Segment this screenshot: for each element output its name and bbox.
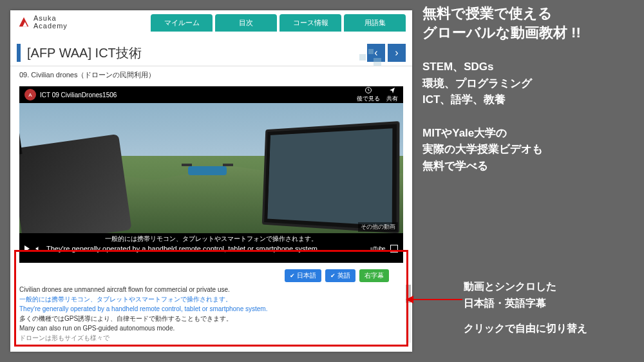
channel-avatar-icon[interactable]: A: [24, 89, 36, 100]
youtube-brand: uTube: [370, 245, 385, 252]
transcript-line[interactable]: 一般的には携帯リモコン、タブレットやスマートフォンで操作されます。: [19, 294, 403, 304]
annotation-arrowhead-icon: [406, 296, 413, 303]
nav-tabs: マイルーム 目次 コース情報 用語集: [151, 14, 406, 32]
transcript-line[interactable]: Many can also run on GPS-guided autonomo…: [19, 323, 403, 333]
promo-topics: STEM、SDGs 環境、プログラミング ICT、語学、教養: [422, 59, 638, 108]
transcript-line[interactable]: ドローンは形もサイズも様々で: [19, 333, 403, 343]
caption-jp-overlay: 一般的には携帯リモコン、タブレットやスマートフォンで操作されます。: [24, 234, 398, 243]
volume-icon[interactable]: [35, 245, 41, 252]
watch-later-button[interactable]: 後で見る: [357, 86, 380, 103]
header: Asuka Academy マイルーム 目次 コース情報 用語集: [10, 10, 412, 41]
share-button[interactable]: 共有: [386, 86, 398, 103]
tab-toc[interactable]: 目次: [215, 14, 277, 32]
subtitle-position-button[interactable]: 右字幕: [359, 269, 389, 282]
logo[interactable]: Asuka Academy: [17, 14, 68, 30]
share-icon: [388, 86, 396, 94]
transcript-line[interactable]: They're generally operated by a handheld…: [19, 304, 403, 314]
video-frame: [19, 103, 403, 234]
annotation-arrow: [410, 299, 462, 300]
decorative-squares: [359, 49, 385, 68]
transcript-line[interactable]: Civilian drones are unmanned aircraft fl…: [19, 285, 403, 294]
lang-en-button[interactable]: ✔英語: [325, 269, 355, 282]
title-accent: [17, 44, 21, 62]
check-icon: ✔: [290, 272, 295, 279]
fullscreen-button[interactable]: [390, 245, 398, 252]
next-button[interactable]: ›: [388, 44, 406, 62]
tab-glossary[interactable]: 用語集: [344, 14, 406, 32]
subtitle-lang-buttons: ✔日本語 ✔英語 右字幕: [285, 269, 389, 282]
title-row: [AFP WAA] ICT技術 ‹ ›: [10, 41, 412, 66]
promo-side-panel: 無料で授業で使える グローバルな動画教材 !! STEM、SDGs 環境、プログ…: [422, 4, 638, 174]
transcript-panel[interactable]: Civilian drones are unmanned aircraft fl…: [19, 285, 403, 343]
tab-courseinfo[interactable]: コース情報: [279, 14, 341, 32]
drone-graphic: [188, 166, 227, 175]
check-icon: ✔: [330, 272, 336, 279]
logo-text: Asuka Academy: [33, 14, 68, 30]
video-title: ICT 09 CivilianDrones1506: [40, 91, 117, 99]
page-title: [AFP WAA] ICT技術: [27, 44, 367, 62]
other-videos-label[interactable]: その他の動画: [358, 222, 398, 232]
video-topbar: A ICT 09 CivilianDrones1506 後で見る 共有: [19, 86, 403, 103]
play-button[interactable]: [24, 245, 30, 252]
logo-icon: [17, 15, 31, 29]
promo-universities: MITやYale大学の 実際の大学授業ビデオも 無料で学べる: [422, 125, 638, 175]
lang-jp-button[interactable]: ✔日本語: [285, 269, 321, 282]
caption-en-overlay: They're generally operated by a handheld…: [46, 245, 365, 252]
tablet-graphic: [262, 121, 400, 233]
video-player[interactable]: A ICT 09 CivilianDrones1506 後で見る 共有: [19, 86, 403, 263]
clock-icon: [365, 86, 372, 94]
annotation-caption: 動画とシンクロした 日本語・英語字幕 クリックで自由に切り替え: [464, 278, 587, 337]
promo-heading: 無料で授業で使える グローバルな動画教材 !!: [422, 4, 638, 42]
transcript-line[interactable]: 多くの機種ではGPS誘導により、自律モードで動作することもできます。: [19, 314, 403, 323]
transcript-scrollbar[interactable]: [406, 285, 411, 343]
lesson-subtitle: 09. Civilian drones（ドローンの民間利用）: [10, 66, 412, 82]
tab-myroom[interactable]: マイルーム: [151, 14, 213, 32]
controller-graphic: [19, 134, 132, 234]
video-controls: 一般的には携帯リモコン、タブレットやスマートフォンで操作されます。 They'r…: [19, 233, 403, 263]
app-window: Asuka Academy マイルーム 目次 コース情報 用語集 [AFP WA…: [10, 10, 412, 352]
